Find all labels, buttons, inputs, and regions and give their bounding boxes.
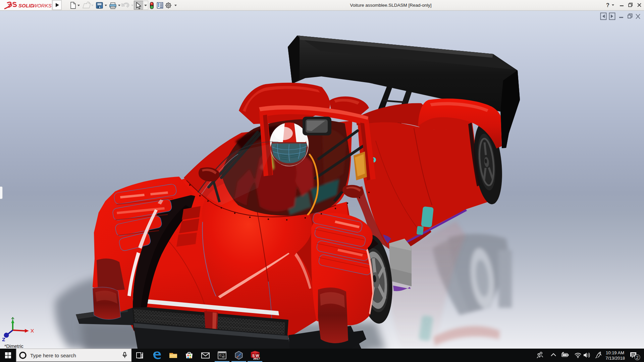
svg-text:SOLID: SOLID [18, 3, 34, 8]
svg-text:2017: 2017 [253, 357, 260, 360]
svg-text:7/13/2018: 7/13/2018 [605, 356, 625, 361]
svg-text:WORKS: WORKS [33, 3, 52, 8]
svg-text:10:19 AM: 10:19 AM [606, 350, 624, 355]
svg-text:2: 2 [636, 355, 639, 360]
svg-text:?: ? [606, 2, 609, 8]
svg-text:Type here to search: Type here to search [30, 353, 76, 358]
svg-text:Voiture assomblee.SLDASM [Read: Voiture assomblee.SLDASM [Read-only] [350, 3, 431, 8]
